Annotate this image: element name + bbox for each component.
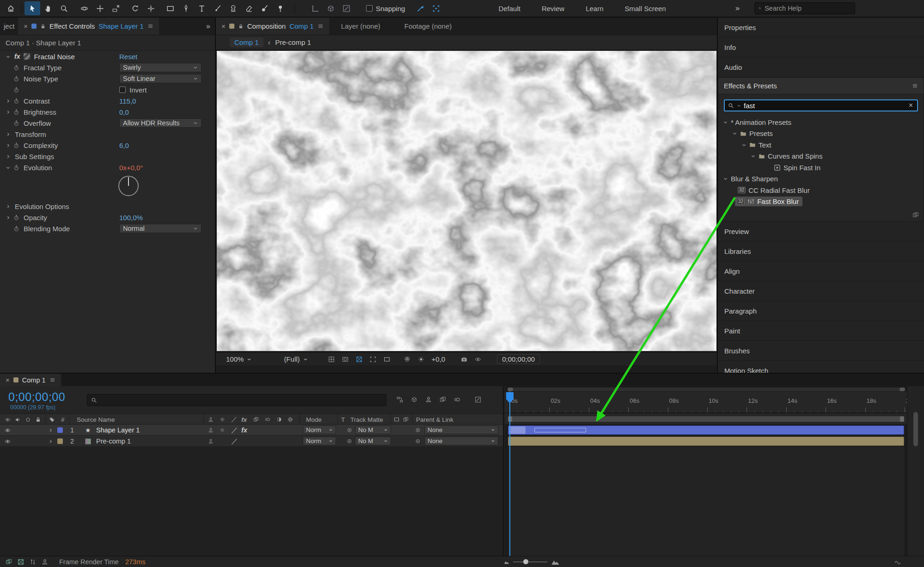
dolly-camera-tool-icon[interactable] xyxy=(108,1,123,15)
hand-tool-icon[interactable] xyxy=(40,1,56,15)
selected-effect-highlight[interactable]: 32 Fast Box Blur xyxy=(735,197,802,206)
search-options-chevron-icon[interactable] xyxy=(737,104,741,108)
expand-switches-icon[interactable] xyxy=(27,559,39,565)
close-tab-icon[interactable]: × xyxy=(24,22,28,30)
effect-controls-tab[interactable]: × Effect Controls Shape Layer 1 xyxy=(18,18,159,35)
channel-display-icon[interactable] xyxy=(400,356,414,363)
reset-exposure-icon[interactable] xyxy=(414,356,428,363)
blend-mode-dropdown[interactable]: Norm xyxy=(303,437,336,445)
evolution-options-group-row[interactable]: Evolution Options xyxy=(0,201,215,212)
roto-brush-tool-icon[interactable] xyxy=(257,1,272,15)
tree-item-animation-presets[interactable]: * Animation Presets xyxy=(718,117,924,128)
track-matte-column-header[interactable]: Track Matte xyxy=(350,414,383,425)
time-navigator[interactable] xyxy=(508,388,905,391)
graph-editor-icon[interactable] xyxy=(475,396,481,403)
chevron-right-icon[interactable] xyxy=(6,154,11,159)
show-snapshot-icon[interactable] xyxy=(471,356,485,363)
parent-link-column-header[interactable]: Parent & Link xyxy=(416,414,453,425)
layer-visibility-eye-icon[interactable] xyxy=(5,436,11,447)
quality-toggle-icon[interactable]: ／ xyxy=(231,436,238,447)
safe-margins-icon[interactable] xyxy=(324,356,338,363)
tree-item-blur-sharpen[interactable]: Blur & Sharpen xyxy=(718,173,924,185)
clear-search-icon[interactable]: × xyxy=(908,101,914,110)
invert-checkbox[interactable] xyxy=(119,86,126,93)
chevron-down-icon[interactable] xyxy=(6,54,11,59)
parent-pickwhip-icon[interactable] xyxy=(415,425,421,436)
mode-column-header[interactable]: Mode xyxy=(306,414,322,425)
chevron-down-icon[interactable] xyxy=(723,120,728,125)
type-tool-icon[interactable] xyxy=(194,1,209,15)
timeline-search-box[interactable] xyxy=(87,394,386,406)
puppet-pin-tool-icon[interactable] xyxy=(272,1,288,15)
orbit-camera-tool-icon[interactable] xyxy=(76,1,92,15)
exposure-value[interactable]: +0,0 xyxy=(432,355,446,363)
collapsed-panel-tab[interactable]: Properties xyxy=(718,18,924,37)
effects-presets-header[interactable]: Effects & Presets xyxy=(718,78,924,94)
stopwatch-icon[interactable] xyxy=(13,109,19,115)
layer-panel-tab[interactable]: Layer (none) xyxy=(329,18,392,35)
zoom-slider-handle[interactable] xyxy=(523,559,528,564)
snapshot-camera-icon[interactable] xyxy=(457,356,471,363)
resolution-dropdown[interactable]: (Full) xyxy=(279,355,312,363)
comp-duration-region[interactable] xyxy=(508,447,904,556)
transform-group-row[interactable]: Transform xyxy=(0,129,215,140)
current-time-display[interactable]: 0;00;00;00 xyxy=(8,390,65,404)
axis-mode-view-icon[interactable] xyxy=(338,1,354,15)
render-queue-toggle-icon[interactable] xyxy=(3,559,15,565)
stopwatch-icon[interactable] xyxy=(13,65,19,71)
panel-menu-icon[interactable] xyxy=(49,377,55,383)
search-help-box[interactable] xyxy=(754,2,855,14)
layer-row-shape-layer[interactable]: 1 ★ Shape Layer 1 ／ fx Norm No M No xyxy=(0,425,503,436)
effect-header-row[interactable]: fx Fractal Noise Reset xyxy=(0,51,215,62)
rectangle-tool-icon[interactable] xyxy=(162,1,178,15)
chevron-right-icon[interactable] xyxy=(6,99,11,104)
pan-behind-tool-icon[interactable] xyxy=(143,1,159,15)
composition-viewport[interactable] xyxy=(217,51,716,351)
layer-name[interactable]: Pre-comp 1 xyxy=(96,436,131,447)
workspace-tab-default[interactable]: Default xyxy=(498,5,520,12)
close-tab-icon[interactable]: × xyxy=(6,376,10,384)
collapsed-panel-tab[interactable]: Info xyxy=(718,37,924,57)
close-tab-icon[interactable]: × xyxy=(221,22,226,30)
overflow-dropdown[interactable]: Allow HDR Results xyxy=(119,118,202,128)
shy-toggle-icon[interactable] xyxy=(208,425,214,436)
track-matte-pickwhip-icon[interactable] xyxy=(347,425,352,436)
fractal-type-dropdown[interactable]: Swirly xyxy=(119,63,202,72)
snapping-toggle[interactable]: Snapping xyxy=(366,5,405,12)
blend-mode-dropdown[interactable]: Norm xyxy=(303,425,336,434)
frame-blending-icon[interactable] xyxy=(440,396,446,403)
index-column-header[interactable]: # xyxy=(61,414,65,425)
collapsed-panel-tab[interactable]: Audio xyxy=(718,57,924,77)
draft-3d-icon[interactable] xyxy=(411,396,417,403)
project-tab-clipped[interactable]: ject xyxy=(0,18,18,35)
layer-expander-icon[interactable] xyxy=(48,436,53,447)
workspace-tab-review[interactable]: Review xyxy=(542,5,564,12)
footage-panel-tab[interactable]: Footage (none) xyxy=(392,18,464,35)
panel-overflow-chevrons[interactable]: » xyxy=(201,18,215,35)
comp-nav-precomp[interactable]: Pre-comp 1 xyxy=(275,38,311,46)
contrast-value[interactable]: 115,0 xyxy=(119,97,136,105)
effect-controls-breadcrumb[interactable]: Comp 1 · Shape Layer 1 xyxy=(0,35,215,51)
t-column-header[interactable]: T xyxy=(341,414,345,425)
motion-blur-icon[interactable] xyxy=(454,396,460,403)
eraser-tool-icon[interactable] xyxy=(241,1,257,15)
evolution-value[interactable]: 0x+0,0° xyxy=(119,164,143,172)
brush-tool-icon[interactable] xyxy=(209,1,225,15)
shy-status-icon[interactable] xyxy=(39,559,51,565)
navigator-start-handle[interactable] xyxy=(508,388,513,391)
collapsed-panel-tab[interactable]: Character xyxy=(718,281,924,301)
magnification-dropdown[interactable]: 100% xyxy=(221,355,256,363)
chevron-down-icon[interactable] xyxy=(732,131,737,136)
search-help-input[interactable] xyxy=(765,5,851,12)
noise-type-dropdown[interactable]: Soft Linear xyxy=(119,74,202,83)
track-matte-pickwhip-icon[interactable] xyxy=(347,436,352,447)
stopwatch-icon[interactable] xyxy=(13,165,19,171)
layer-in-handle[interactable] xyxy=(509,426,526,434)
shy-toggle-icon[interactable] xyxy=(208,436,214,447)
tree-item-text[interactable]: Text xyxy=(718,139,924,151)
toggle-switches-icon[interactable] xyxy=(394,414,399,425)
blending-mode-dropdown[interactable]: Normal xyxy=(119,224,202,233)
home-icon[interactable] xyxy=(3,1,18,15)
tree-item-cc-radial-fast-blur[interactable]: 32 CC Radial Fast Blur xyxy=(718,185,924,196)
complexity-value[interactable]: 6,0 xyxy=(119,142,129,149)
